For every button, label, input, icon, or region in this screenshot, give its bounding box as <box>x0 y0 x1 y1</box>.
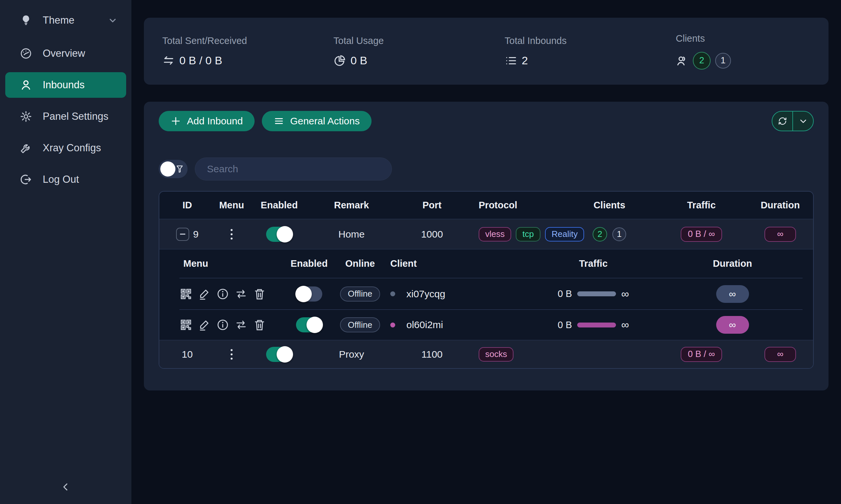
sidebar-item-label: Inbounds <box>43 79 85 91</box>
stat-total-inbounds: Total Inbounds 2 <box>486 35 657 67</box>
sidebar: Theme Overview Inbounds <box>0 0 132 504</box>
refresh-button[interactable] <box>772 111 792 131</box>
sidebar-item-label: Panel Settings <box>43 111 108 122</box>
col-header-duration: Duration <box>748 200 813 211</box>
col-header-remark: Remark <box>310 200 393 211</box>
plus-icon <box>171 116 181 126</box>
general-actions-label: General Actions <box>290 115 360 127</box>
client-traffic-used: 0 B <box>557 288 572 299</box>
sidebar-nav: Overview Inbounds Panel Settings Xray Co… <box>0 41 132 192</box>
inbound-row: 10 Proxy 1100 socks 0 B / ∞ <box>159 340 813 368</box>
search-input[interactable] <box>195 158 392 180</box>
sidebar-item-log-out[interactable]: Log Out <box>5 167 126 192</box>
subtable-header-row: Menu Enabled Online Client Traffic Durat… <box>179 249 803 278</box>
stat-label: Total Usage <box>333 35 486 46</box>
inbounds-table: ID Menu Enabled Remark Port Protocol Cli… <box>159 191 814 369</box>
qr-code-icon[interactable] <box>179 287 192 301</box>
gear-icon <box>20 110 32 123</box>
stat-clients: Clients 2 1 <box>657 33 828 70</box>
col-header-menu: Menu <box>215 200 248 211</box>
clients-online-badge: 2 <box>593 227 607 241</box>
toggle-knob <box>160 161 175 177</box>
traffic-progress-bar <box>577 291 616 296</box>
inbound-remark: Home <box>310 229 393 240</box>
stat-value: 0 B <box>350 54 367 67</box>
subcol-header-enabled: Enabled <box>285 258 334 269</box>
stat-label: Total Sent/Received <box>162 35 315 46</box>
arrows-left-right-icon <box>162 54 175 67</box>
client-duration-pill: ∞ <box>716 316 749 334</box>
table-header-row: ID Menu Enabled Remark Port Protocol Cli… <box>159 192 813 219</box>
subcol-header-menu: Menu <box>179 258 285 269</box>
enabled-toggle[interactable] <box>266 227 292 242</box>
delete-trash-icon[interactable] <box>253 287 266 301</box>
inbound-row: 9 Home 1000 vless tcp Reality <box>159 219 813 249</box>
stat-value: 0 B / 0 B <box>179 54 222 67</box>
online-status-badge: Offline <box>340 286 380 302</box>
stat-value: 2 <box>522 54 528 67</box>
subcol-header-online: Online <box>334 258 386 269</box>
traffic-pill: 0 B / ∞ <box>681 227 722 242</box>
chevron-down-icon <box>108 15 118 25</box>
edit-pencil-icon[interactable] <box>198 287 211 301</box>
theme-selector[interactable]: Theme <box>5 8 126 33</box>
clients-total-badge: 1 <box>612 228 626 241</box>
clients-total-badge: 1 <box>715 53 731 69</box>
qr-code-icon[interactable] <box>179 318 192 331</box>
row-menu-button[interactable] <box>228 227 235 242</box>
client-enabled-toggle[interactable] <box>296 286 322 302</box>
clients-subtable: Menu Enabled Online Client Traffic Durat… <box>159 249 813 340</box>
app-root: Theme Overview Inbounds <box>0 0 841 504</box>
filter-row <box>159 158 814 180</box>
inbound-port: 1000 <box>393 229 471 240</box>
logout-icon <box>20 173 32 186</box>
subcol-header-client: Client <box>386 258 524 269</box>
client-row: Offline ol60i2mi 0 B ∞ ∞ <box>179 310 803 340</box>
general-actions-button[interactable]: General Actions <box>262 111 372 131</box>
reset-traffic-icon[interactable] <box>235 318 248 331</box>
row-menu-button[interactable] <box>228 346 235 362</box>
bulb-icon <box>20 14 32 26</box>
edit-pencil-icon[interactable] <box>198 318 211 331</box>
refresh-options-button[interactable] <box>792 111 813 131</box>
info-icon[interactable] <box>216 318 229 331</box>
stat-total-usage: Total Usage 0 B <box>315 35 486 67</box>
add-inbound-button[interactable]: Add Inbound <box>159 111 255 131</box>
hamburger-menu-icon <box>274 116 284 126</box>
protocol-tag-socks: socks <box>479 347 513 362</box>
list-icon <box>504 54 517 67</box>
enabled-toggle[interactable] <box>266 347 292 362</box>
inbound-port: 1100 <box>393 349 471 360</box>
chevron-down-icon <box>798 116 808 126</box>
sidebar-item-overview[interactable]: Overview <box>5 41 126 66</box>
duration-pill: ∞ <box>765 347 796 362</box>
sidebar-item-panel-settings[interactable]: Panel Settings <box>5 104 126 129</box>
stats-card: Total Sent/Received 0 B / 0 B Total Usag… <box>144 18 828 85</box>
traffic-limit: ∞ <box>621 288 629 300</box>
col-header-clients: Clients <box>563 200 655 211</box>
pie-chart-icon <box>333 54 346 67</box>
client-status-dot <box>390 323 395 327</box>
col-header-port: Port <box>393 200 471 211</box>
inbound-id: 10 <box>182 349 192 360</box>
collapse-row-button[interactable] <box>176 228 189 241</box>
reset-traffic-icon[interactable] <box>235 287 248 301</box>
collapse-sidebar-button[interactable] <box>56 478 75 496</box>
chevron-left-icon <box>60 481 71 492</box>
traffic-limit: ∞ <box>621 319 629 331</box>
delete-trash-icon[interactable] <box>253 318 266 331</box>
filter-toggle[interactable] <box>159 160 188 178</box>
col-header-enabled: Enabled <box>248 200 310 211</box>
users-icon <box>676 54 688 67</box>
col-header-traffic: Traffic <box>655 200 748 211</box>
info-icon[interactable] <box>216 287 229 301</box>
add-inbound-label: Add Inbound <box>187 115 243 127</box>
refresh-split-button <box>772 111 814 131</box>
duration-pill: ∞ <box>765 227 796 242</box>
stat-label: Clients <box>676 33 828 44</box>
sidebar-item-inbounds[interactable]: Inbounds <box>5 72 126 98</box>
refresh-icon <box>777 116 787 126</box>
sidebar-item-xray-configs[interactable]: Xray Configs <box>5 135 126 161</box>
client-enabled-toggle[interactable] <box>296 317 322 332</box>
wrench-icon <box>20 142 32 154</box>
